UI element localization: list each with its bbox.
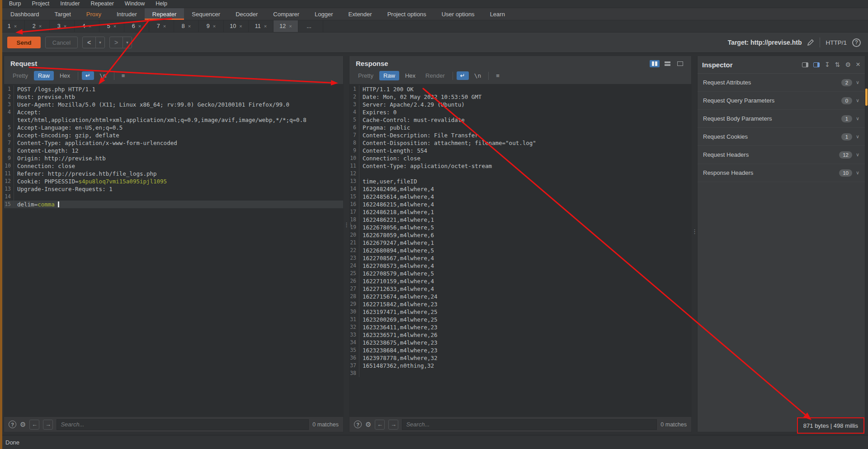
request-view-tab[interactable]: Raw (34, 71, 54, 80)
request-response-splitter[interactable]: ⋮⋮ (344, 56, 349, 432)
close-tab-icon[interactable]: × (14, 23, 17, 29)
response-inspector-splitter[interactable]: ⋮⋮ (692, 56, 697, 432)
search-previous-icon[interactable]: ← (29, 420, 39, 430)
send-button[interactable]: Send (7, 37, 41, 48)
inspector-section[interactable]: Request Attributes 2 ∨ (698, 74, 865, 92)
search-next-icon[interactable]: → (388, 420, 398, 430)
repeater-tab[interactable]: 7 × (149, 20, 174, 32)
wrap-lines-icon[interactable]: ↵ (457, 71, 469, 80)
response-view-tab[interactable]: Raw (379, 71, 399, 80)
search-previous-icon[interactable]: ← (375, 420, 385, 430)
inspector-section[interactable]: Response Headers 10 ∨ (698, 164, 865, 182)
close-tab-icon[interactable]: × (264, 23, 267, 29)
single-pane-layout-icon[interactable] (675, 60, 685, 67)
close-tab-icon[interactable]: × (138, 23, 141, 29)
main-tab[interactable]: User options (434, 8, 482, 20)
chevron-down-icon[interactable]: ∨ (856, 98, 859, 103)
repeater-tab[interactable]: 8 × (174, 20, 199, 32)
cancel-button[interactable]: Cancel (45, 37, 78, 48)
close-tab-icon[interactable]: × (39, 23, 42, 29)
menu-item[interactable]: Window (119, 0, 150, 8)
response-search-input[interactable] (402, 419, 657, 430)
chevron-down-icon[interactable]: ∨ (856, 80, 859, 85)
repeater-tab[interactable]: 1 × (0, 20, 25, 32)
inspector-section[interactable]: Request Headers 12 ∨ (698, 146, 865, 164)
close-tab-icon[interactable]: × (213, 23, 216, 29)
main-tab[interactable]: Sequencer (184, 8, 228, 20)
inspector-close-icon[interactable]: × (856, 60, 860, 69)
menu-item[interactable]: Help (150, 0, 173, 8)
response-view-tab[interactable]: Hex (401, 71, 420, 80)
request-search-input[interactable] (57, 419, 309, 430)
response-view-tab[interactable]: Render (421, 71, 449, 80)
repeater-tab[interactable]: 3 × (50, 20, 75, 32)
search-help-icon[interactable]: ? (9, 421, 16, 428)
rows-layout-icon[interactable] (662, 60, 672, 67)
repeater-tab[interactable]: 10 × (224, 20, 249, 32)
request-editor[interactable]: 1 POST /logs.php HTTP/1.1 2 Host: previs… (4, 84, 343, 416)
dock-right-icon[interactable] (802, 62, 808, 67)
dock-bottom-icon[interactable] (813, 62, 820, 67)
chevron-down-icon[interactable]: ∨ (856, 116, 859, 122)
main-tab[interactable]: Learn (482, 8, 513, 20)
repeater-tab[interactable]: 2 × (25, 20, 50, 32)
collapse-all-icon[interactable]: ↧ (825, 61, 830, 68)
close-tab-icon[interactable]: × (239, 23, 242, 29)
search-next-icon[interactable]: → (43, 420, 53, 430)
close-tab-icon[interactable]: × (289, 23, 292, 29)
columns-layout-icon[interactable] (650, 60, 660, 67)
chevron-down-icon[interactable]: ∨ (856, 152, 859, 158)
editor-menu-icon[interactable]: ≡ (118, 71, 129, 80)
next-request-button[interactable]: > (110, 37, 123, 48)
request-view-tab[interactable]: Pretty (9, 71, 32, 80)
close-tab-icon[interactable]: × (64, 23, 66, 29)
expand-all-icon[interactable]: ⇅ (835, 61, 840, 68)
main-tab[interactable]: Project options (380, 8, 434, 20)
repeater-tab[interactable]: 11 × (249, 20, 274, 32)
menu-item[interactable]: Intruder (55, 0, 85, 8)
request-view-tab[interactable]: Hex (56, 71, 74, 80)
inspector-settings-gear-icon[interactable]: ⚙ (845, 61, 851, 68)
edit-target-pencil-icon[interactable] (807, 39, 814, 46)
help-icon[interactable]: ? (852, 38, 861, 47)
menu-item[interactable]: Burp (4, 0, 26, 8)
wrap-lines-icon[interactable]: ↵ (82, 71, 94, 80)
repeater-tab[interactable]: ... (298, 20, 323, 32)
search-help-icon[interactable]: ? (354, 421, 362, 428)
main-tab[interactable]: Decoder (228, 8, 265, 20)
main-tab[interactable]: Target (47, 8, 79, 20)
editor-menu-icon[interactable]: ≡ (492, 71, 503, 80)
inspector-section[interactable]: Request Cookies 1 ∨ (698, 128, 865, 146)
main-tab[interactable]: Intruder (109, 8, 145, 20)
main-tab[interactable]: Proxy (79, 8, 109, 20)
repeater-tab[interactable]: 12 × (274, 20, 298, 32)
show-newlines-icon[interactable]: \n (96, 71, 110, 80)
search-settings-gear-icon[interactable]: ⚙ (20, 421, 26, 429)
http-version-label[interactable]: HTTP/1 (826, 39, 847, 46)
close-tab-icon[interactable]: × (188, 23, 191, 29)
repeater-tab[interactable]: 5 × (99, 20, 124, 32)
close-tab-icon[interactable]: × (163, 23, 166, 29)
repeater-tab[interactable]: 4 × (75, 20, 99, 32)
search-settings-gear-icon[interactable]: ⚙ (365, 421, 371, 429)
main-tab[interactable]: Logger (307, 8, 340, 20)
repeater-tab[interactable]: 6 × (124, 20, 149, 32)
main-tab[interactable]: Comparer (265, 8, 307, 20)
close-tab-icon[interactable]: × (113, 23, 116, 29)
response-view-tab[interactable]: Pretty (354, 71, 377, 80)
next-request-dropdown[interactable]: ▾ (123, 37, 132, 48)
inspector-section[interactable]: Request Query Parameters 0 ∨ (698, 92, 865, 110)
close-tab-icon[interactable]: × (89, 23, 91, 29)
main-tab[interactable]: Repeater (145, 8, 184, 20)
main-tab[interactable]: Extender (341, 8, 380, 20)
inspector-section[interactable]: Request Body Parameters 1 ∨ (698, 110, 865, 128)
response-editor[interactable]: 1 HTTP/1.1 200 OK 2 Date: Mon, 02 May 20… (349, 84, 691, 416)
previous-request-dropdown[interactable]: ▾ (95, 37, 104, 48)
menu-item[interactable]: Project (26, 0, 55, 8)
splitter-drag-icon[interactable]: ⋮⋮ (344, 221, 352, 228)
show-newlines-icon[interactable]: \n (471, 71, 485, 80)
repeater-tab[interactable]: 9 × (199, 20, 224, 32)
previous-request-button[interactable]: < (83, 37, 95, 48)
chevron-down-icon[interactable]: ∨ (856, 134, 859, 140)
chevron-down-icon[interactable]: ∨ (856, 170, 859, 176)
